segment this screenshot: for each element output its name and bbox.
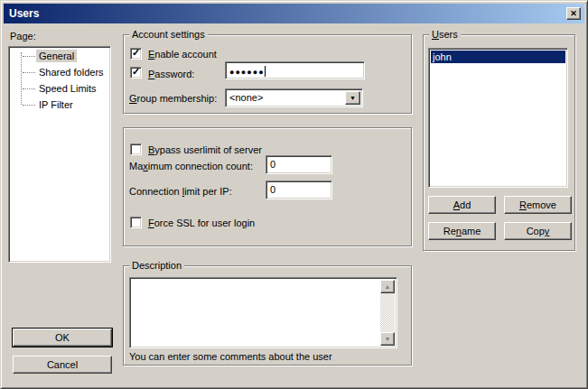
ip-limit-input[interactable]: 0 — [266, 181, 332, 199]
users-list: john — [428, 48, 568, 188]
tree-connector — [23, 105, 35, 106]
scroll-up-icon[interactable]: ▲ — [380, 280, 395, 293]
password-input[interactable]: ●●●●●● — [225, 61, 365, 79]
description-title: Description — [129, 260, 184, 272]
cancel-button[interactable]: Cancel — [13, 356, 112, 374]
enable-account-checkbox[interactable]: ✓ — [130, 48, 142, 60]
titlebar[interactable]: Users ✕ — [4, 4, 584, 23]
enable-account-label[interactable]: Enable account — [148, 49, 217, 60]
user-list-item-john[interactable]: john — [431, 51, 565, 63]
chevron-down-icon[interactable]: ▼ — [345, 91, 360, 105]
page-label: Page: — [10, 31, 36, 42]
users-dialog: Users ✕ Page: General Shared folders Spe… — [0, 0, 588, 389]
password-checkbox[interactable]: ✓ — [130, 67, 142, 79]
ip-limit-label: Connection limit per IP: — [129, 186, 232, 198]
page-item-general[interactable]: General — [11, 48, 108, 64]
bypass-userlimit-label[interactable]: Bypass userlimit of server — [148, 144, 262, 156]
page-tree: General Shared folders Speed Limits IP F… — [8, 46, 111, 263]
scroll-down-icon[interactable]: ▼ — [380, 332, 395, 346]
bypass-userlimit-checkbox[interactable] — [130, 144, 142, 155]
force-ssl-checkbox[interactable] — [130, 217, 142, 228]
description-textarea[interactable]: ▲ ▼ — [129, 277, 397, 348]
ok-button[interactable]: OK — [13, 329, 112, 347]
force-ssl-label[interactable]: Force SSL for user login — [148, 218, 255, 229]
page-item-shared-folders[interactable]: Shared folders — [11, 64, 108, 80]
rename-button[interactable]: Rename — [428, 222, 496, 240]
users-title: Users — [429, 29, 461, 41]
group-membership-select[interactable]: <none> ▼ — [225, 88, 363, 107]
max-connection-input[interactable]: 0 — [266, 155, 332, 174]
description-scrollbar[interactable]: ▲ ▼ — [380, 280, 395, 346]
close-icon[interactable]: ✕ — [566, 7, 581, 20]
password-label[interactable]: Password: — [148, 69, 194, 80]
max-connection-label: Maximum connection count: — [129, 161, 253, 172]
add-button[interactable]: Add — [428, 196, 496, 214]
tree-connector — [23, 88, 35, 89]
page-item-speed-limits[interactable]: Speed Limits — [11, 80, 108, 97]
page-item-ip-filter[interactable]: IP Filter — [11, 97, 108, 113]
window-title: Users — [7, 7, 566, 20]
group-membership-label: Group membership: — [129, 93, 217, 105]
tree-connector — [23, 72, 35, 73]
copy-button[interactable]: Copy — [504, 222, 572, 240]
description-hint: You can enter some comments about the us… — [129, 351, 332, 363]
remove-button[interactable]: Remove — [504, 196, 572, 214]
tree-connector — [23, 56, 35, 57]
account-settings-title: Account settings — [129, 29, 208, 41]
